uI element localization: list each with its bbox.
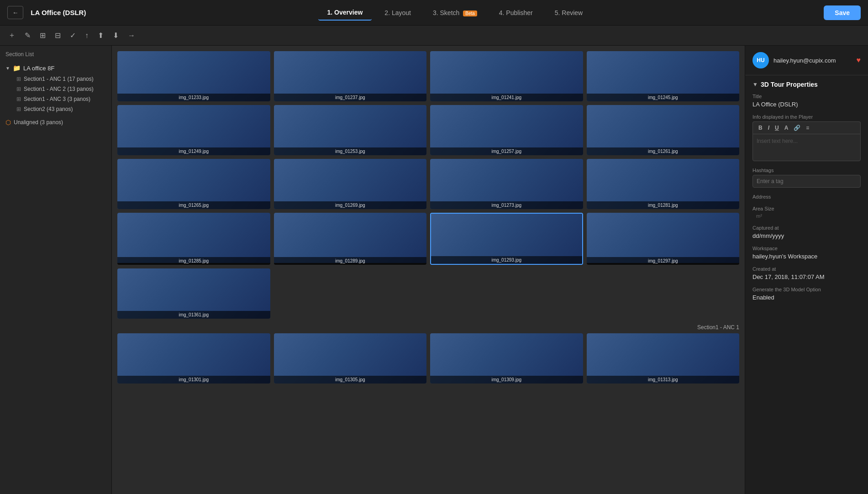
sidebar-item-section1-anc1[interactable]: ⊞ Section1 - ANC 1 (17 panos) [0, 74, 111, 84]
link-button[interactable]: 🔗 [792, 124, 802, 132]
user-bar: HU hailey.hyun@cupix.com ♥ [745, 46, 868, 75]
image-label: img_01313.jpg [587, 376, 740, 384]
tab-review[interactable]: 5. Review [546, 5, 592, 20]
info-label: Info displayed in the Player [752, 114, 861, 120]
image-label: img_01269.jpg [274, 201, 427, 209]
tab-sketch[interactable]: 3. Sketch Beta [424, 5, 486, 20]
upload-button[interactable]: ⬆ [95, 29, 106, 42]
sidebar: Section List ▼ 📁 LA office 8F ⊞ Section1… [0, 46, 112, 494]
image-label: img_01305.jpg [274, 376, 427, 384]
properties-title-row[interactable]: ▼ 3D Tour Properties [752, 81, 861, 88]
image-label: img_01285.jpg [117, 257, 270, 265]
unaligned-label: Unaligned (3 panos) [14, 119, 63, 126]
image-card[interactable]: img_01305.jpg [274, 333, 427, 384]
sidebar-item-label: Section1 - ANC 1 (17 panos) [24, 76, 94, 82]
sidebar-item-section2[interactable]: ⊞ Section2 (43 panos) [0, 104, 111, 114]
image-card[interactable]: img_01249.jpg [117, 105, 270, 155]
save-button[interactable]: Save [824, 5, 861, 20]
area-size-unit: m² [756, 213, 762, 219]
created-at-label: Created at [752, 266, 861, 272]
area-size-row: m² [752, 213, 861, 219]
prop-area-size: Area Size m² [752, 206, 861, 219]
grid-button[interactable]: ⊞ [37, 29, 48, 42]
prop-title: Title LA Office (DSLR) [752, 94, 861, 108]
sidebar-folder-la-office[interactable]: ▼ 📁 LA office 8F [0, 62, 111, 74]
tab-bar: 1. Overview 2. Layout 3. Sketch Beta 4. … [86, 5, 824, 21]
up-button[interactable]: ↑ [82, 30, 91, 42]
image-card[interactable]: img_01261.jpg [587, 105, 740, 155]
avatar: HU [752, 52, 769, 68]
image-card[interactable]: img_01361.jpg [117, 268, 270, 319]
image-card[interactable]: img_01233.jpg [117, 51, 270, 101]
color-button[interactable]: A [783, 124, 790, 132]
model-option-label: Generate the 3D Model Option [752, 287, 861, 292]
underline-button[interactable]: U [773, 124, 781, 132]
title-label: Title [752, 94, 861, 99]
hashtag-input[interactable] [752, 175, 861, 188]
image-card[interactable]: img_01241.jpg [430, 51, 583, 101]
text-editor-area[interactable]: Insert text here... [752, 134, 861, 161]
folder-icon: 📁 [13, 64, 21, 72]
image-label: img_01309.jpg [430, 376, 583, 384]
image-card[interactable]: img_01257.jpg [430, 105, 583, 155]
prop-hashtags: Hashtags [752, 168, 861, 188]
forward-button[interactable]: → [125, 30, 138, 42]
editor-placeholder: Insert text here... [757, 138, 798, 144]
image-label: img_01245.jpg [587, 94, 740, 101]
image-card[interactable]: img_01313.jpg [587, 333, 740, 384]
image-card[interactable]: img_01245.jpg [587, 51, 740, 101]
image-label: img_01237.jpg [274, 94, 427, 101]
tab-publisher[interactable]: 4. Publisher [490, 5, 542, 20]
download-button[interactable]: ⬇ [110, 29, 121, 42]
image-grid-row4: img_01285.jpg img_01289.jpg img_01293.jp… [117, 213, 739, 265]
add-button[interactable]: ＋ [5, 29, 18, 42]
sidebar-item-unaligned[interactable]: ⬡ Unaligned (3 panos) [0, 117, 111, 128]
image-card[interactable]: img_01289.jpg [274, 213, 427, 265]
image-card[interactable]: img_01285.jpg [117, 213, 270, 265]
sidebar-item-section1-anc2[interactable]: ⊞ Section1 - ANC 2 (13 panos) [0, 84, 111, 94]
model-option-value: Enabled [752, 294, 861, 301]
image-card[interactable]: img_01253.jpg [274, 105, 427, 155]
group-button[interactable]: ⊟ [52, 29, 63, 42]
image-card[interactable]: img_01237.jpg [274, 51, 427, 101]
tab-overview[interactable]: 1. Overview [318, 5, 372, 21]
chevron-down-icon: ▼ [752, 81, 758, 88]
prop-captured-at: Captured at dd/mm/yyyy [752, 225, 861, 239]
image-card[interactable]: img_01301.jpg [117, 333, 270, 384]
image-card[interactable]: img_01297.jpg [587, 213, 740, 265]
image-label: img_01281.jpg [587, 201, 740, 209]
back-button[interactable]: ← [7, 6, 23, 19]
workspace-value: hailey.hyun's Workspace [752, 253, 861, 260]
italic-button[interactable]: I [766, 124, 771, 132]
created-at-value: Dec 17, 2018, 11:07:07 AM [752, 273, 861, 280]
image-label: img_01261.jpg [587, 147, 740, 155]
image-grid-content: img_01233.jpg img_01237.jpg img_01241.jp… [112, 46, 745, 494]
prop-model-option: Generate the 3D Model Option Enabled [752, 287, 861, 301]
image-card[interactable]: img_01269.jpg [274, 159, 427, 209]
image-label: img_01241.jpg [430, 94, 583, 101]
check-button[interactable]: ✓ [67, 29, 79, 42]
image-label: img_01233.jpg [117, 94, 270, 101]
image-label: img_01361.jpg [117, 311, 270, 319]
image-card[interactable]: img_01309.jpg [430, 333, 583, 384]
prop-info: Info displayed in the Player B I U A 🔗 ≡… [752, 114, 861, 161]
user-email: hailey.hyun@cupix.com [773, 57, 852, 64]
sidebar-item-section1-anc3[interactable]: ⊞ Section1 - ANC 3 (3 panos) [0, 94, 111, 104]
align-button[interactable]: ≡ [804, 124, 811, 132]
pano-icon: ⊞ [16, 86, 21, 92]
image-card-selected[interactable]: img_01293.jpg [430, 213, 583, 265]
edit-button[interactable]: ✎ [22, 29, 33, 42]
image-card[interactable]: img_01273.jpg [430, 159, 583, 209]
workspace-label: Workspace [752, 246, 861, 251]
heart-icon[interactable]: ♥ [857, 56, 861, 64]
image-label: img_01253.jpg [274, 147, 427, 155]
section-list-label: Section List [0, 47, 111, 59]
toolbar: ＋ ✎ ⊞ ⊟ ✓ ↑ ⬆ ⬇ → [0, 26, 868, 46]
image-card[interactable]: img_01265.jpg [117, 159, 270, 209]
image-label: img_01273.jpg [430, 201, 583, 209]
bold-button[interactable]: B [757, 124, 764, 132]
image-card[interactable]: img_01281.jpg [587, 159, 740, 209]
pano-icon: ⊞ [16, 106, 21, 112]
prop-workspace: Workspace hailey.hyun's Workspace [752, 246, 861, 260]
tab-layout[interactable]: 2. Layout [375, 5, 420, 20]
